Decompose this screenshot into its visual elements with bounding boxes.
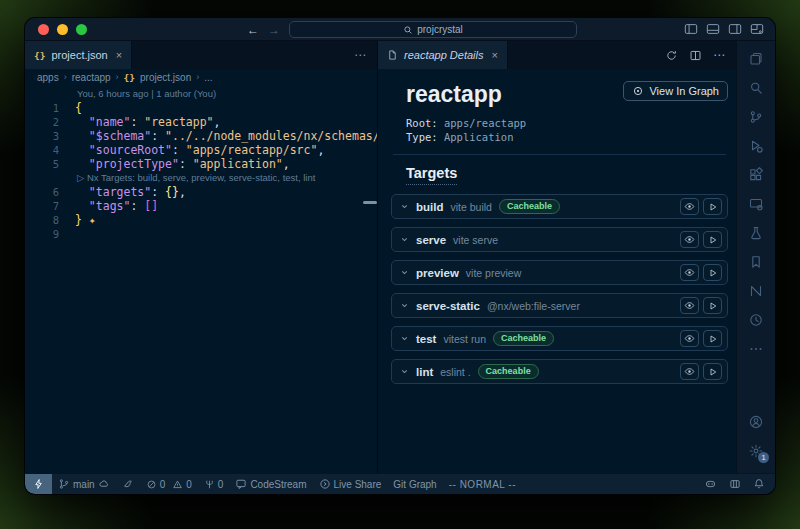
- view-in-graph-button[interactable]: View In Graph: [623, 81, 728, 101]
- lightning-icon: [33, 478, 44, 490]
- live-share-status[interactable]: Live Share: [313, 474, 388, 494]
- target-row-serve[interactable]: servevite serve: [391, 227, 728, 252]
- tab-reactapp-details[interactable]: reactapp Details ×: [378, 41, 508, 69]
- code-line[interactable]: 4 "sourceRoot": "apps/reactapp/src",: [25, 143, 377, 157]
- tab-label: project.json: [51, 49, 107, 61]
- code-line[interactable]: 8} ✦: [25, 213, 377, 227]
- codestream-status[interactable]: CodeStream: [229, 474, 312, 494]
- chevron-down-icon[interactable]: [400, 268, 409, 277]
- minimize-window-button[interactable]: [57, 24, 68, 35]
- line-number: [25, 171, 75, 185]
- breadcrumb-item[interactable]: ...: [204, 72, 212, 83]
- run-target-button[interactable]: [703, 264, 722, 281]
- more-icon[interactable]: [748, 341, 764, 357]
- breadcrumb-separator: ›: [116, 72, 119, 82]
- toggle-panel-left-icon[interactable]: [684, 23, 698, 35]
- run-target-button[interactable]: [703, 198, 722, 215]
- settings-badge: 1: [758, 452, 769, 463]
- close-tab-icon[interactable]: ×: [116, 49, 122, 61]
- target-name: serve: [416, 234, 446, 246]
- source-control-icon[interactable]: [748, 109, 764, 125]
- nav-forward-icon[interactable]: →: [268, 22, 280, 38]
- chevron-down-icon[interactable]: [400, 202, 409, 211]
- codelens-line[interactable]: You, 6 hours ago | 1 author (You): [25, 87, 377, 101]
- panel-grid-status[interactable]: [723, 474, 747, 494]
- fork-count-status[interactable]: 0: [198, 474, 230, 494]
- testing-icon[interactable]: [748, 225, 764, 241]
- account-icon[interactable]: [748, 414, 764, 430]
- breadcrumb-item[interactable]: project.json: [140, 72, 191, 83]
- search-icon[interactable]: [748, 80, 764, 96]
- codelens-line[interactable]: ▷ Nx Targets: build, serve, preview, ser…: [25, 171, 377, 185]
- breadcrumb[interactable]: apps›reactapp›{}project.json›...: [25, 69, 377, 85]
- view-target-button[interactable]: [680, 330, 699, 347]
- activity-bar: 1: [736, 41, 775, 473]
- vim-mode-status[interactable]: -- NORMAL --: [443, 474, 522, 494]
- target-row-lint[interactable]: linteslint .Cacheable: [391, 359, 728, 384]
- remote-indicator[interactable]: [25, 474, 52, 494]
- files-icon[interactable]: [748, 51, 764, 67]
- run-debug-icon[interactable]: [748, 138, 764, 154]
- problems-status[interactable]: 0 0: [140, 474, 198, 494]
- extensions-icon[interactable]: [748, 167, 764, 183]
- bookmarks-icon[interactable]: [748, 254, 764, 270]
- chevron-down-icon[interactable]: [400, 301, 409, 310]
- chevron-down-icon[interactable]: [400, 334, 409, 343]
- close-tab-icon[interactable]: ×: [492, 49, 498, 61]
- target-row-test[interactable]: testvitest runCacheable: [391, 326, 728, 351]
- tab-bar: {} project.json × ⋯ reactapp Details ×: [25, 41, 736, 69]
- view-target-button[interactable]: [680, 297, 699, 314]
- customize-layout-icon[interactable]: [750, 23, 764, 35]
- history-icon[interactable]: [748, 312, 764, 328]
- code-line[interactable]: 2 "name": "reactapp",: [25, 115, 377, 129]
- tab-project-json[interactable]: {} project.json ×: [25, 41, 132, 69]
- tab-overflow-icon[interactable]: ⋯: [354, 41, 377, 69]
- extension-status[interactable]: [116, 474, 140, 494]
- project-title: reactapp: [406, 81, 502, 107]
- sash-handle[interactable]: [363, 201, 377, 204]
- view-target-button[interactable]: [680, 363, 699, 380]
- cacheable-badge: Cacheable: [478, 364, 539, 379]
- view-target-button[interactable]: [680, 231, 699, 248]
- settings-icon[interactable]: 1: [748, 443, 764, 459]
- code-line[interactable]: 5 "projectType": "application",: [25, 157, 377, 171]
- code-line[interactable]: 7 "tags": []: [25, 199, 377, 213]
- refresh-icon[interactable]: [665, 49, 678, 62]
- code-line[interactable]: 6 "targets": {},: [25, 185, 377, 199]
- run-target-button[interactable]: [703, 231, 722, 248]
- notifications-status[interactable]: [747, 474, 771, 494]
- split-editor-icon[interactable]: [689, 49, 702, 62]
- target-row-serve-static[interactable]: serve-static@nx/web:file-server: [391, 293, 728, 318]
- toggle-panel-right-icon[interactable]: [728, 23, 742, 35]
- code-line[interactable]: 1{: [25, 101, 377, 115]
- nav-back-icon[interactable]: ←: [247, 22, 259, 38]
- code-editor[interactable]: You, 6 hours ago | 1 author (You)1{2 "na…: [25, 85, 377, 473]
- target-row-build[interactable]: buildvite buildCacheable: [391, 194, 728, 219]
- nx-console-icon[interactable]: [748, 283, 764, 299]
- chevron-down-icon[interactable]: [400, 235, 409, 244]
- breadcrumb-item[interactable]: reactapp: [72, 72, 111, 83]
- run-target-button[interactable]: [703, 363, 722, 380]
- code-lines: You, 6 hours ago | 1 author (You)1{2 "na…: [25, 87, 377, 241]
- cacheable-badge: Cacheable: [499, 199, 560, 214]
- view-target-button[interactable]: [680, 198, 699, 215]
- view-target-button[interactable]: [680, 264, 699, 281]
- command-center-search[interactable]: projcrystal: [289, 21, 577, 38]
- close-window-button[interactable]: [38, 24, 49, 35]
- code-line[interactable]: 9: [25, 227, 377, 241]
- chevron-down-icon[interactable]: [400, 367, 409, 376]
- remote-icon[interactable]: [748, 196, 764, 212]
- json-file-icon: {}: [34, 50, 45, 61]
- run-target-button[interactable]: [703, 297, 722, 314]
- code-line[interactable]: 3 "$schema": "../../node_modules/nx/sche…: [25, 129, 377, 143]
- more-actions-icon[interactable]: ⋯: [713, 48, 726, 62]
- git-graph-status[interactable]: Git Graph: [387, 474, 442, 494]
- breadcrumb-item[interactable]: apps: [37, 72, 59, 83]
- line-number: 2: [25, 115, 75, 129]
- toggle-panel-bottom-icon[interactable]: [706, 23, 720, 35]
- target-row-preview[interactable]: previewvite preview: [391, 260, 728, 285]
- zoom-window-button[interactable]: [76, 24, 87, 35]
- copilot-status[interactable]: [698, 474, 723, 494]
- git-branch-status[interactable]: main: [52, 474, 116, 494]
- run-target-button[interactable]: [703, 330, 722, 347]
